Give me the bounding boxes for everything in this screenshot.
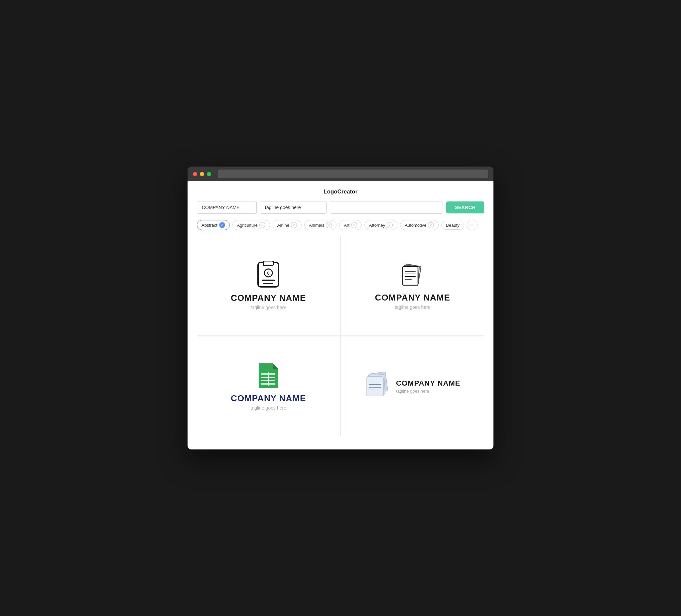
svg-rect-8 [403, 266, 418, 285]
filter-label: Agriculture [237, 223, 258, 228]
logo-tagline-3: tagline goes here [251, 405, 286, 411]
logo-card-4[interactable]: COMPANY NAME tagline goes here [341, 336, 484, 436]
check-icon: ✓ [291, 222, 297, 228]
mac-window: LogoCreator SEARCH Abstract ✓ Agricultur… [187, 166, 494, 450]
filter-chip-agriculture[interactable]: Agriculture ✓ [232, 220, 270, 230]
svg-rect-1 [263, 261, 273, 265]
tagline-input[interactable] [260, 201, 327, 214]
filter-label: Automotive [405, 223, 426, 228]
logo-icon-3 [257, 362, 279, 389]
company-name-input[interactable] [197, 201, 257, 214]
filter-label: Art [344, 223, 350, 228]
filter-next-button[interactable]: → [467, 220, 478, 230]
check-icon: ✓ [351, 222, 357, 228]
svg-rect-20 [367, 377, 383, 396]
maximize-button[interactable] [207, 172, 211, 176]
svg-rect-4 [262, 280, 275, 281]
app-title: LogoCreator [324, 188, 357, 195]
logo-tagline-2: tagline goes here [395, 305, 430, 310]
url-bar[interactable] [218, 170, 488, 178]
logo-icon-4 [365, 371, 390, 397]
search-button[interactable]: SEARCH [446, 202, 484, 213]
filter-chip-airline[interactable]: Airline ✓ [273, 220, 302, 230]
logo-company-name-3: COMPANY NAME [231, 393, 306, 404]
logo-tagline-4: tagline goes here [396, 389, 460, 393]
titlebar [187, 166, 494, 181]
filter-label: Abstract [202, 223, 218, 228]
check-icon: ✓ [387, 222, 393, 228]
filter-chip-automotive[interactable]: Automotive ✓ [400, 220, 438, 230]
minimize-button[interactable] [200, 172, 204, 176]
check-icon: ✓ [428, 222, 434, 228]
filter-chip-art[interactable]: Art ✓ [339, 220, 362, 230]
logo-tagline-1: tagline goes here [251, 305, 286, 310]
industry-input[interactable] [330, 201, 443, 214]
logo-text-group-4: COMPANY NAME tagline goes here [396, 379, 460, 393]
logo-grid: 8 COMPANY NAME tagline goes here [197, 236, 484, 436]
app-content: LogoCreator SEARCH Abstract ✓ Agricultur… [187, 181, 494, 450]
filter-label: Beauty [446, 223, 459, 228]
filter-chip-attorney[interactable]: Attorney ✓ [364, 220, 397, 230]
check-icon: ✓ [259, 222, 266, 228]
logo-icon-2 [399, 261, 426, 288]
logo-company-name-1: COMPANY NAME [231, 293, 306, 303]
filter-chip-abstract[interactable]: Abstract ✓ [197, 220, 230, 230]
filter-label: Attorney [369, 223, 385, 228]
logo-icon-1: 8 [257, 261, 280, 288]
logo-company-name-2: COMPANY NAME [375, 292, 450, 303]
search-bar: SEARCH [187, 201, 494, 220]
check-icon: ✓ [326, 222, 332, 228]
logo-company-name-4: COMPANY NAME [396, 379, 460, 388]
logo-card-1[interactable]: 8 COMPANY NAME tagline goes here [197, 236, 340, 335]
check-icon: ✓ [219, 222, 225, 228]
filter-label: Animals [309, 223, 324, 228]
svg-rect-5 [263, 283, 273, 284]
filter-bar: Abstract ✓ Agriculture ✓ Airline ✓ Anima… [187, 220, 494, 236]
filter-label: Airline [277, 223, 289, 228]
logo-card-3[interactable]: COMPANY NAME tagline goes here [197, 336, 340, 436]
svg-text:8: 8 [267, 271, 270, 276]
close-button[interactable] [193, 172, 197, 176]
app-header: LogoCreator [187, 181, 494, 201]
filter-chip-beauty[interactable]: Beauty [441, 221, 464, 230]
logo-card-2[interactable]: COMPANY NAME tagline goes here [341, 236, 484, 335]
filter-chip-animals[interactable]: Animals ✓ [304, 220, 336, 230]
